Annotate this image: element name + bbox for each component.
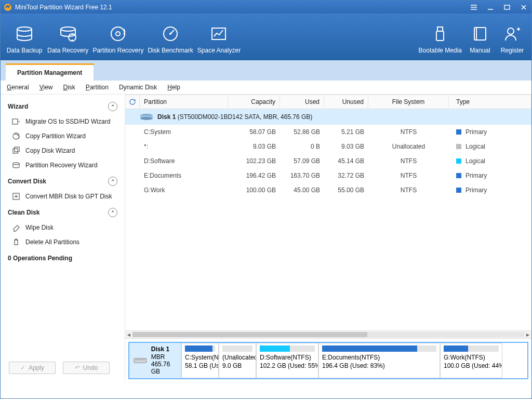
sidebar-item-label: Convert MBR Disk to GPT Disk [25,193,112,200]
segment-sub: 102.2 GB (Used: 55%) [260,362,315,369]
svg-rect-14 [12,119,18,124]
cell-partition: *: [140,143,228,150]
menu-bar: GeneralViewDiskPartitionDynamic DiskHelp [1,81,531,95]
sidebar-item-label: Migrate OS to SSD/HD Wizard [25,118,110,125]
svg-point-3 [61,27,75,31]
cell-filesystem: NTFS [368,128,449,136]
menu-general[interactable]: General [7,84,29,91]
diskmap-segment[interactable]: G:Work(NTFS)100.0 GB (Used: 44%) [440,343,502,378]
cell-capacity: 58.07 GB [228,128,280,136]
diskmap-segment[interactable]: D:Software(NTFS)102.2 GB (Used: 55%) [256,343,318,378]
toolbar-bootable-media[interactable]: Bootable Media [417,25,464,54]
menu-partition[interactable]: Partition [86,84,109,91]
segment-sub: 9.0 GB [222,362,252,369]
sidebar-item-wipe-disk[interactable]: Wipe Disk [1,220,125,235]
col-used[interactable]: Used [280,95,324,109]
cell-filesystem: Unallocated [368,143,449,150]
col-capacity[interactable]: Capacity [228,95,280,109]
svg-point-18 [13,163,19,165]
sidebar: Wizard⌃Migrate OS to SSD/HD WizardCopy P… [1,95,125,382]
diskmap-segment[interactable]: (Unallocated)9.0 GB [219,343,256,378]
menu-view[interactable]: View [39,84,53,91]
svg-point-13 [508,28,514,34]
tab-partition-management[interactable]: Partition Management [6,65,94,81]
disk-map-header[interactable]: Disk 1 MBR 465.76 GB [129,343,181,378]
toolbar-label: Data Backup [7,47,43,54]
sidebar-item-copy-partition-wizard[interactable]: Copy Partition Wizard [1,129,125,143]
cell-used: 45.00 GB [280,187,324,194]
cell-capacity: 9.03 GB [228,143,280,150]
minimize-button[interactable] [486,3,495,12]
disk-name: Disk 1 [157,113,176,121]
cell-filesystem: NTFS [368,157,449,165]
cell-used: 163.70 GB [280,172,324,179]
convert-icon [12,192,20,201]
main-toolbar: Data BackupData RecoveryPartition Recove… [1,14,531,60]
segment-sub: 100.0 GB (Used: 44%) [444,362,499,369]
toolbar-manual[interactable]: Manual [464,25,496,54]
toolbar-label: Register [501,47,524,54]
partition-grid-area: Partition Capacity Used Unused File Syst… [125,95,531,382]
toolbar-label: Space Analyzer [197,47,241,54]
maximize-button[interactable] [502,3,512,12]
toolbar-space-analyzer[interactable]: Space Analyzer [195,25,243,54]
col-partition[interactable]: Partition [140,95,228,109]
svg-point-2 [17,27,32,31]
sidebar-group-clean-disk[interactable]: Clean Disk⌃ [1,204,125,220]
toolbar-partition-recovery[interactable]: Partition Recovery [90,25,145,54]
book-icon [471,25,489,43]
sidebar-item-label: Wipe Disk [25,224,54,231]
col-filesystem[interactable]: File System [368,95,449,109]
svg-rect-17 [15,147,19,152]
sidebar-item-delete-all-partitions[interactable]: Delete All Partitions [1,235,125,249]
toolbar-disk-benchmark[interactable]: Disk Benchmark [145,25,195,54]
sidebar-group-wizard[interactable]: Wizard⌃ [1,98,125,114]
partition-row[interactable]: G:Work100.00 GB45.00 GB55.00 GBNTFSPrima… [125,183,531,197]
partition-row[interactable]: D:Software102.23 GB57.09 GB45.14 GBNTFSL… [125,154,531,168]
sidebar-item-copy-disk-wizard[interactable]: Copy Disk Wizard [1,143,125,158]
partition-row[interactable]: E:Documents196.42 GB163.70 GB32.72 GBNTF… [125,168,531,183]
horizontal-scrollbar[interactable]: ◂ ▸ [125,330,531,339]
refresh-button[interactable] [125,95,140,109]
cell-type: Primary [449,187,531,194]
cell-filesystem: NTFS [368,172,449,179]
toolbar-data-recovery[interactable]: Data Recovery [45,25,90,54]
menu-help[interactable]: Help [167,84,180,91]
menu-dynamic-disk[interactable]: Dynamic Disk [119,84,157,91]
toolbar-label: Disk Benchmark [148,47,193,54]
dm-disk-name: Disk 1 [151,345,177,353]
col-type[interactable]: Type [449,95,531,109]
sidebar-item-partition-recovery-wizard[interactable]: Partition Recovery Wizard [1,158,125,172]
segment-title: C:System(NTFS) [185,354,215,361]
svg-rect-11 [436,31,444,41]
toolbar-register[interactable]: Register [496,25,528,54]
undo-button[interactable]: ↶Undo [63,362,110,374]
sidebar-item-convert-mbr-disk-to-gpt-disk[interactable]: Convert MBR Disk to GPT Disk [1,189,125,204]
cell-partition: G:Work [140,187,228,194]
cell-unused: 5.21 GB [324,128,368,136]
segment-title: (Unallocated) [222,354,252,361]
diskmap-segment[interactable]: C:System(NTFS)58.1 GB (Used: 91%) [181,343,219,378]
disk-header-row[interactable]: Disk 1 (ST500DM002-1BD142 SATA, MBR, 465… [125,109,531,125]
cell-unused: 45.14 GB [324,157,368,165]
cell-type: Logical [449,143,531,150]
menu-disk[interactable]: Disk [63,84,75,91]
sidebar-group-convert-disk[interactable]: Convert Disk⌃ [1,172,125,189]
hamburger-icon[interactable] [469,3,478,12]
user-plus-icon [503,25,521,43]
disk-refresh-icon [109,25,127,43]
sidebar-item-migrate-os-to-ssd-hd-wizard[interactable]: Migrate OS to SSD/HD Wizard [1,114,125,129]
toolbar-data-backup[interactable]: Data Backup [4,25,45,54]
scroll-left-icon[interactable]: ◂ [125,331,132,338]
apply-button[interactable]: ✓Apply [9,362,56,374]
partition-row[interactable]: *:9.03 GB0 B9.03 GBUnallocatedLogical [125,139,531,154]
partition-row[interactable]: C:System58.07 GB52.86 GB5.21 GBNTFSPrima… [125,125,531,139]
svg-rect-9 [212,28,225,39]
diskmap-segment[interactable]: E:Documents(NTFS)196.4 GB (Used: 83%) [318,343,440,378]
cell-used: 57.09 GB [280,157,324,165]
copy-disk-icon [12,147,20,155]
cell-used: 52.86 GB [280,128,324,136]
col-unused[interactable]: Unused [324,95,368,109]
close-button[interactable] [519,3,528,12]
scroll-right-icon[interactable]: ▸ [524,331,531,338]
